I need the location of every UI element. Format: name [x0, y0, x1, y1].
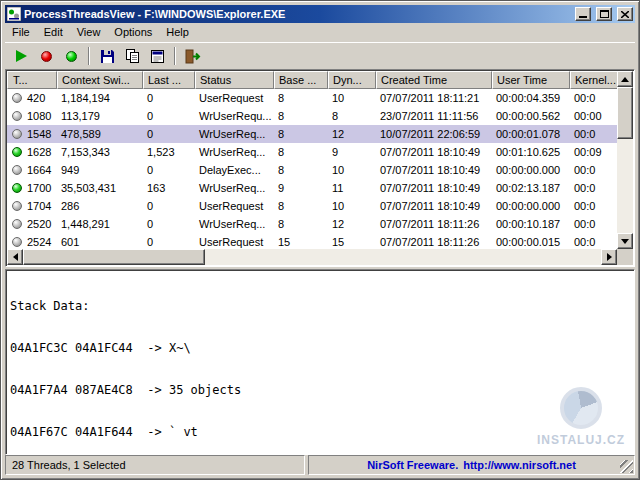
resume-thread-button[interactable]: [59, 45, 83, 67]
thread-rows: 420 1,184,194 0 UserRequest 8 10 07/07/2…: [7, 89, 617, 249]
cell-user-time: 00:00:00.000: [492, 197, 570, 215]
toolbar-separator: [174, 47, 176, 65]
column-headers: T... Context Swi... Last ... Status Base…: [7, 71, 617, 89]
cell-user-time: 00:00:00.562: [492, 107, 570, 125]
column-header-status[interactable]: Status: [195, 71, 274, 89]
column-header-user-time[interactable]: User Time: [492, 71, 570, 89]
cell-kernel-time: 00:09: [570, 143, 617, 161]
table-row-selected[interactable]: 1548 478,589 0 WrUserReq... 8 12 10/07/2…: [7, 125, 617, 143]
column-header-dynamic-priority[interactable]: Dyn...: [328, 71, 376, 89]
minimize-icon: [579, 16, 587, 18]
menu-options[interactable]: Options: [107, 24, 159, 41]
cell-context-switches: 7,153,343: [57, 143, 143, 161]
thread-id: 2520: [27, 215, 51, 233]
thread-id: 420: [27, 89, 45, 107]
close-button[interactable]: [617, 7, 633, 21]
cell-dynamic-priority: 12: [328, 215, 376, 233]
cell-created-time: 07/07/2011 18:11:26: [376, 215, 492, 233]
minimize-button[interactable]: [575, 7, 591, 21]
cell-user-time: 00:00:10.187: [492, 215, 570, 233]
column-header-kernel-time[interactable]: Kernel...: [570, 71, 617, 89]
vertical-scrollbar[interactable]: [617, 71, 633, 249]
cell-status: WrUserRequ...: [195, 107, 274, 125]
exit-button[interactable]: [181, 45, 205, 67]
scroll-left-button[interactable]: [7, 249, 23, 265]
table-row[interactable]: 1704 286 0 UserRequest 8 10 07/07/2011 1…: [7, 197, 617, 215]
status-nirsoft-panel: NirSoft Freeware. http://www.nirsoft.net: [308, 455, 635, 475]
save-icon: [100, 49, 115, 64]
cell-user-time: 00:00:00.000: [492, 161, 570, 179]
table-row[interactable]: 2520 1,448,291 0 WrUserReq... 8 12 07/07…: [7, 215, 617, 233]
horizontal-scrollbar[interactable]: [7, 249, 617, 265]
column-header-thread-id[interactable]: T...: [7, 71, 57, 89]
table-row[interactable]: 1080 113,179 0 WrUserRequ... 8 8 23/07/2…: [7, 107, 617, 125]
table-row[interactable]: 1700 35,503,431 163 WrUserReq... 9 11 07…: [7, 179, 617, 197]
cell-status: WrUserReq...: [195, 215, 274, 233]
vertical-scrollbar-thumb[interactable]: [617, 87, 633, 139]
scroll-up-button[interactable]: [617, 71, 633, 87]
maximize-button[interactable]: [596, 7, 612, 21]
cell-created-time: 07/07/2011 18:10:49: [376, 161, 492, 179]
cell-last: 0: [143, 233, 195, 249]
cell-base-priority: 8: [274, 215, 328, 233]
run-icon: [16, 50, 27, 62]
stack-line: 04A1F7A4 087AE4C8 -> 35 objects: [10, 383, 630, 397]
arrow-up-icon: [621, 77, 629, 82]
stack-line: 04A1FC3C 04A1FC44 -> X~\: [10, 341, 630, 355]
menu-file[interactable]: File: [5, 24, 37, 41]
cell-last: 0: [143, 125, 195, 143]
column-header-base-priority[interactable]: Base ...: [274, 71, 328, 89]
cell-last: 0: [143, 197, 195, 215]
thread-id: 1080: [27, 107, 51, 125]
column-header-created-time[interactable]: Created Time: [376, 71, 492, 89]
table-row[interactable]: 1664 949 0 DelayExec... 8 10 07/07/2011 …: [7, 161, 617, 179]
stack-data-pane[interactable]: Stack Data: 04A1FC3C 04A1FC44 -> X~\ 04A…: [5, 269, 635, 455]
status-threads-panel: 28 Threads, 1 Selected: [5, 455, 305, 475]
properties-button[interactable]: [145, 45, 169, 67]
cell-base-priority: 8: [274, 161, 328, 179]
cell-status: WrUserReq...: [195, 179, 274, 197]
cell-created-time: 07/07/2011 18:11:26: [376, 233, 492, 249]
window-title: ProcessThreadsView - F:\WINDOWS\Explorer…: [24, 8, 570, 20]
cell-last: 0: [143, 215, 195, 233]
run-button[interactable]: [9, 45, 33, 67]
scroll-down-button[interactable]: [617, 233, 633, 249]
column-header-context-switches[interactable]: Context Swi...: [57, 71, 143, 89]
stack-pane-title: Stack Data:: [10, 299, 630, 313]
cell-context-switches: 35,503,431: [57, 179, 143, 197]
cell-context-switches: 1,448,291: [57, 215, 143, 233]
table-row[interactable]: 1628 7,153,343 1,523 WrUserReq... 8 9 07…: [7, 143, 617, 161]
thread-led-icon: [12, 183, 22, 193]
thread-id: 1704: [27, 197, 51, 215]
title-bar[interactable]: ProcessThreadsView - F:\WINDOWS\Explorer…: [5, 5, 635, 23]
app-window: ProcessThreadsView - F:\WINDOWS\Explorer…: [0, 0, 640, 480]
nirsoft-url-link[interactable]: http://www.nirsoft.net: [463, 459, 576, 471]
cell-last: 0: [143, 161, 195, 179]
menu-view[interactable]: View: [70, 24, 108, 41]
horizontal-scrollbar-thumb[interactable]: [23, 249, 205, 265]
resize-grip[interactable]: [620, 460, 633, 473]
cell-last: 0: [143, 107, 195, 125]
thread-led-icon: [12, 237, 22, 247]
cell-base-priority: 15: [274, 233, 328, 249]
scroll-right-button[interactable]: [601, 249, 617, 265]
cell-kernel-time: 00:0: [570, 89, 617, 107]
green-led-icon: [66, 51, 77, 62]
arrow-left-icon: [13, 253, 18, 261]
toolbar-separator: [88, 47, 90, 65]
menu-help[interactable]: Help: [159, 24, 196, 41]
arrow-down-icon: [621, 239, 629, 244]
column-header-last[interactable]: Last ...: [143, 71, 195, 89]
thread-id: 1664: [27, 161, 51, 179]
cell-context-switches: 949: [57, 161, 143, 179]
cell-kernel-time: 00:0: [570, 233, 617, 249]
cell-dynamic-priority: 15: [328, 233, 376, 249]
table-row[interactable]: 2524 601 0 UserRequest 15 15 07/07/2011 …: [7, 233, 617, 249]
cell-created-time: 10/07/2011 22:06:59: [376, 125, 492, 143]
suspend-thread-button[interactable]: [34, 45, 58, 67]
copy-button[interactable]: [120, 45, 144, 67]
nirsoft-freeware-label: NirSoft Freeware.: [367, 459, 458, 471]
menu-edit[interactable]: Edit: [37, 24, 70, 41]
table-row[interactable]: 420 1,184,194 0 UserRequest 8 10 07/07/2…: [7, 89, 617, 107]
save-button[interactable]: [95, 45, 119, 67]
